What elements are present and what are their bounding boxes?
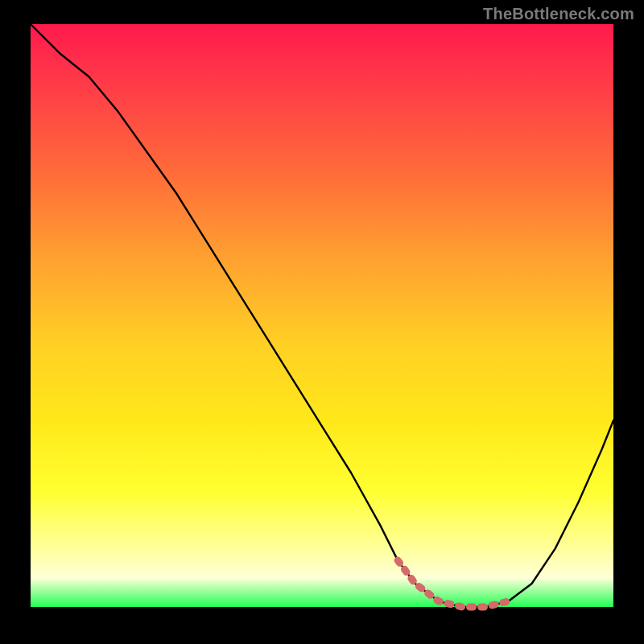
plot-area	[31, 24, 613, 607]
curve-svg	[31, 24, 613, 607]
bottleneck-curve	[31, 24, 613, 607]
valley-marker	[398, 560, 509, 607]
watermark-text: TheBottleneck.com	[483, 5, 634, 23]
chart-frame: TheBottleneck.com	[0, 0, 644, 644]
